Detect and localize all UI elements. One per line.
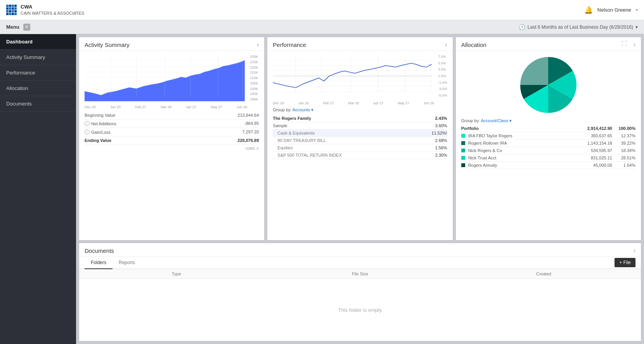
clock-icon: 🕐 — [519, 24, 525, 30]
company-name: CWA CAIN WATTERS & ASSOCIATES — [21, 4, 84, 16]
sidebar: Dashboard Activity Summary Performance A… — [0, 34, 76, 344]
allocation-header: Allocation ⛶ › — [456, 37, 641, 51]
stat-value-beginning: 213,644.64 — [237, 113, 259, 118]
menu-area: Menu ✕ — [6, 24, 30, 31]
date-filter[interactable]: 🕐 Last 6 Months as of Last Business Day … — [519, 24, 638, 30]
alloc-value-ira-fbo: 360,637.65 — [577, 133, 612, 138]
activity-summary-title: Activity Summary — [85, 41, 130, 48]
logo-cell — [6, 7, 9, 10]
logo-area: CWA CAIN WATTERS & ASSOCIATES — [6, 4, 84, 16]
logo-cell — [12, 10, 14, 12]
bell-icon[interactable]: 🔔 — [584, 6, 593, 14]
info-icon-gain[interactable]: i — [85, 130, 90, 135]
info-icon-net[interactable]: i — [85, 121, 90, 126]
performance-card: Performance › — [267, 37, 452, 240]
sidebar-item-dashboard[interactable]: Dashboard — [0, 34, 76, 50]
activity-summary-body: 230K225K220K215K210K205K200K195K190K Dec… — [79, 51, 264, 240]
alloc-value-rollover: 1,143,154.18 — [577, 141, 612, 145]
activity-chart-area: 230K225K220K215K210K205K200K195K190K — [85, 55, 259, 101]
alloc-name-nick-trust: Nick Trust Acct — [461, 156, 577, 160]
activity-summary-arrow[interactable]: › — [257, 41, 259, 48]
performance-group-value[interactable]: Accounts ▾ — [293, 107, 313, 112]
alloc-name-rollover: Rogers Rollover IRA — [461, 141, 577, 145]
allocation-group-value[interactable]: Account/Class ▾ — [481, 118, 511, 123]
allocation-card: Allocation ⛶ › — [456, 37, 641, 240]
stat-row-net-additions: i Net Additions -864.95 — [85, 119, 259, 128]
allocation-expand-icon[interactable]: ⛶ — [621, 40, 627, 47]
stat-label-ending: Ending Value — [85, 138, 111, 143]
logo-cell — [12, 7, 14, 10]
documents-table-header: Type File Size Created — [79, 269, 641, 279]
documents-tabs: Folders Reports + File — [79, 257, 641, 269]
alloc-row-rollover: Rogers Rollover IRA 1,143,154.18 39.22% — [461, 140, 635, 147]
logo-cell — [9, 7, 11, 10]
stat-label-gain-loss: i Gain/Loss — [85, 130, 111, 135]
logo-cell — [6, 10, 9, 12]
allocation-chart-area — [461, 54, 635, 116]
alloc-row-nick-co: Nick Rogers & Co 534,595.97 18.34% — [461, 147, 635, 154]
sidebar-item-allocation[interactable]: Allocation — [0, 81, 76, 96]
performance-group-label: Group by: — [273, 107, 293, 112]
alloc-pct-ira-fbo: 12.37% — [612, 133, 635, 138]
logo-cell — [9, 5, 11, 7]
logo-cell — [12, 13, 14, 15]
company-short: CWA — [21, 4, 84, 10]
documents-title: Documents — [85, 247, 114, 254]
add-file-button[interactable]: + File — [615, 258, 635, 267]
stat-label-beginning: Beginning Value — [85, 113, 115, 118]
company-full: CAIN WATTERS & ASSOCIATES — [21, 11, 84, 16]
top-right: 🔔 Nelson Greene ▾ — [584, 6, 638, 14]
user-dropdown-arrow[interactable]: ▾ — [636, 8, 638, 12]
alloc-color-ira-fbo — [461, 134, 465, 138]
logo-cell — [14, 10, 17, 12]
col-type: Type — [85, 271, 268, 276]
alloc-row-nick-trust: Nick Trust Acct 831,025.11 28.51% — [461, 154, 635, 162]
alloc-name-annuity: Rogers Annuity — [461, 163, 577, 168]
performance-chart-svg — [273, 55, 447, 97]
date-filter-arrow: ▾ — [635, 24, 638, 30]
allocation-body: Group by: Account/Class ▾ Portfolio 2,91… — [456, 51, 641, 240]
activity-y-labels: 230K225K220K215K210K205K200K195K190K — [250, 55, 259, 101]
stat-label-net-additions: i Net Additions — [85, 121, 116, 126]
menu-close-button[interactable]: ✕ — [23, 24, 30, 31]
stat-row-gain-loss: i Gain/Loss 7,297.20 — [85, 128, 259, 137]
top-bar: CWA CAIN WATTERS & ASSOCIATES 🔔 Nelson G… — [0, 0, 644, 20]
portfolio-value: 2,914,412.90 — [577, 126, 612, 131]
activity-summary-header: Activity Summary › — [79, 37, 264, 51]
logo-cell — [14, 5, 17, 7]
perf-row-sample: Sample 3.60% — [273, 122, 447, 130]
sidebar-item-activity-summary[interactable]: Activity Summary — [0, 50, 76, 65]
logo-cell — [9, 13, 11, 15]
alloc-row-annuity: Rogers Annuity 45,000.00 1.54% — [461, 162, 635, 169]
performance-y-labels: 7.0%5.0%3.0%1.0%-1.0%-3.0%-5.0% — [438, 55, 447, 97]
alloc-name-nick-co: Nick Rogers & Co — [461, 148, 577, 153]
performance-arrow[interactable]: › — [445, 41, 447, 48]
logo-cell — [12, 5, 14, 7]
alloc-value-nick-trust: 831,025.11 — [577, 156, 612, 160]
alloc-color-rollover — [461, 141, 465, 145]
stat-row-beginning: Beginning Value 213,644.64 — [85, 111, 259, 119]
activity-x-labels: Dec 29Jan 20Feb 27Mar 28Apr 27May 27Jun … — [85, 105, 259, 109]
sidebar-item-documents[interactable]: Documents — [0, 96, 76, 112]
notes-link[interactable]: notes ∧ — [85, 146, 259, 150]
allocation-group-label: Group by: — [461, 118, 481, 123]
content-area: Activity Summary › — [76, 34, 644, 344]
sidebar-item-performance[interactable]: Performance — [0, 65, 76, 81]
alloc-row-ira-fbo: IRA FBO Taylor Rogers 360,637.65 12.37% — [461, 132, 635, 140]
alloc-color-annuity — [461, 163, 465, 167]
alloc-value-annuity: 45,000.00 — [577, 163, 612, 168]
performance-header: Performance › — [267, 37, 452, 51]
cards-row: Activity Summary › — [79, 37, 641, 240]
alloc-pct-nick-co: 18.34% — [612, 148, 635, 153]
tab-folders[interactable]: Folders — [85, 257, 113, 269]
tab-reports[interactable]: Reports — [113, 257, 141, 269]
activity-chart-svg — [85, 55, 259, 101]
user-name: Nelson Greene — [597, 7, 631, 13]
perf-row-treasury: 90 DAY TREASURY BILL 2.68% — [273, 137, 447, 144]
logo-cell — [6, 5, 9, 7]
col-size: File Size — [268, 271, 452, 276]
allocation-arrow[interactable]: › — [634, 41, 635, 48]
documents-arrow[interactable]: › — [634, 247, 635, 254]
allocation-table: Portfolio 2,914,412.90 100.00% IRA FBO T… — [461, 125, 635, 169]
perf-row-cash: Cash & Equivalents 11.52%! — [273, 130, 447, 137]
